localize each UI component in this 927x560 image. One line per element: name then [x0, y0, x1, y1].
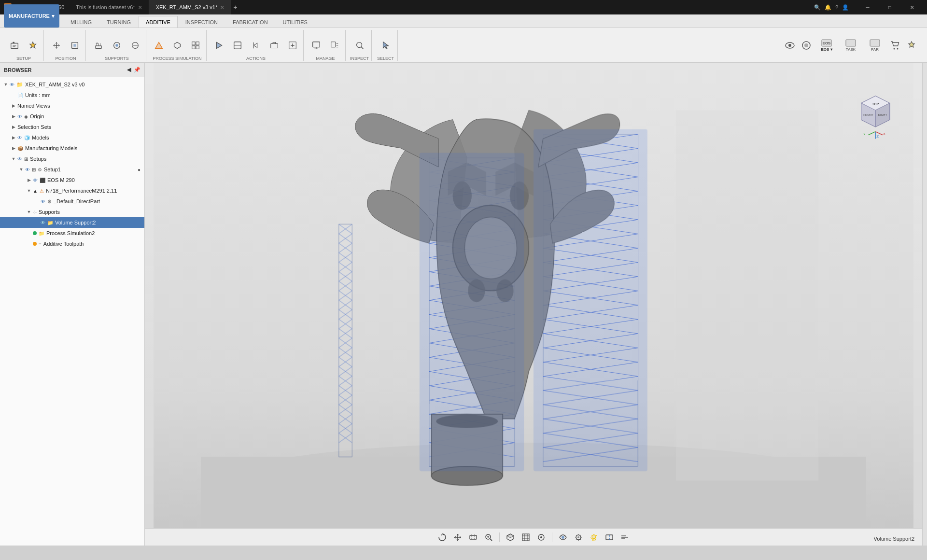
browser-panel: BROWSER ◀ 📌 ▼ 👁 📁 XEK_RT_AMM_S2 v3 v0 📄 … [0, 63, 145, 546]
rb-eye-button[interactable] [782, 38, 798, 53]
rb-grad-button[interactable] [904, 38, 919, 53]
expand-models[interactable]: ▶ [10, 135, 17, 140]
browser-pin-icon[interactable]: 📌 [134, 67, 140, 73]
search-icon[interactable]: 🔍 [814, 4, 821, 11]
select-group-label: SELECT [377, 56, 394, 61]
display-button[interactable] [556, 531, 570, 544]
tree-additive-toolpath[interactable]: ≡ Additive Toolpath [0, 238, 144, 249]
tab-utilities[interactable]: UTILITIES [276, 16, 315, 28]
orbit-button[interactable] [435, 531, 449, 544]
actions3-button[interactable] [247, 37, 265, 54]
manage1-button[interactable] [308, 37, 325, 54]
tree-models[interactable]: ▶ 👁 🧊 Models [0, 132, 144, 143]
actions2-button[interactable] [229, 37, 246, 54]
manage2-button[interactable] [326, 37, 343, 54]
tab-close-2[interactable]: ✕ [220, 5, 224, 10]
render-button[interactable] [572, 531, 585, 544]
tab-xek[interactable]: XEK_RT_AMM_S2 v3 v1* ✕ [149, 0, 232, 14]
svg-line-225 [576, 535, 576, 535]
section-button[interactable] [603, 531, 616, 544]
tree-mfg-models[interactable]: ▶ 📦 Manufacturing Models [0, 143, 144, 154]
svg-point-213 [540, 536, 542, 538]
notification-icon[interactable]: 🔔 [825, 4, 831, 11]
select-button[interactable] [377, 37, 394, 54]
actions4-button[interactable] [266, 37, 283, 54]
tree-process-sim2[interactable]: 📁 Process Simulation2 [0, 228, 144, 238]
status-bar-label: Volume Support2 [874, 536, 914, 542]
lights-button[interactable] [587, 531, 601, 544]
supports2-button[interactable] [108, 37, 126, 54]
tab-dataset[interactable]: This is fusion dataset v6* ✕ [69, 0, 149, 14]
tree-volume-support2[interactable]: 👁 📁 Volume Support2 [0, 217, 144, 228]
actions5-button[interactable] [284, 37, 301, 54]
expand-eos[interactable]: ▶ [25, 178, 33, 182]
tree-selection-sets[interactable]: ▶ Selection Sets [0, 122, 144, 132]
inspect-button[interactable] [351, 37, 368, 54]
tree-named-views[interactable]: ▶ Named Views [0, 100, 144, 111]
svg-line-227 [580, 535, 581, 535]
expand-supports-folder[interactable]: ▼ [25, 210, 33, 214]
svg-text:TOP: TOP [872, 102, 879, 106]
expand-named-views[interactable]: ▶ [10, 103, 17, 108]
supports3-button[interactable] [126, 37, 144, 54]
expand-selection-sets[interactable]: ▶ [10, 125, 17, 129]
close-button[interactable]: ✕ [901, 0, 923, 14]
rb-par-button[interactable]: PAR [863, 38, 886, 53]
minimize-button[interactable]: ─ [857, 0, 879, 14]
proc-sim2-button[interactable] [169, 37, 186, 54]
tree-supports-folder[interactable]: ▼ ⊹ Supports [0, 207, 144, 217]
tree-eos-m290[interactable]: ▶ 👁 ⬛ EOS M 290 [0, 175, 144, 185]
rb-cart-button[interactable] [887, 38, 903, 53]
tab-fabrication[interactable]: FABRICATION [225, 16, 275, 28]
grid-button[interactable] [519, 531, 533, 544]
tree-n718[interactable]: ▼ ▲ ⚠ N718_PerformanceM291 2.11 [0, 185, 144, 196]
more-button[interactable] [618, 531, 632, 544]
manufacture-dropdown[interactable]: MANUFACTURE ▾ [4, 4, 59, 28]
expand-root[interactable]: ▼ [2, 82, 10, 87]
topright-icons: 🔍 🔔 ? 👤 [814, 4, 849, 11]
toolbar-group-process-sim: PROCESS SIMULATION [148, 30, 207, 61]
rb-eos-button[interactable]: EOS EOS ▾ [815, 38, 838, 53]
rb-task-button[interactable]: TASK [839, 38, 862, 53]
new-tab-button[interactable]: + [233, 3, 237, 11]
proc-sim1-button[interactable] [150, 37, 168, 54]
browser-collapse-icon[interactable]: ◀ [127, 67, 131, 73]
viewport[interactable]: TOP RIGHT FRONT Z X Y [145, 63, 922, 546]
supports1-button[interactable] [90, 37, 107, 54]
help-icon[interactable]: ? [835, 4, 838, 10]
user-icon[interactable]: 👤 [842, 4, 849, 11]
setup-star-button[interactable] [24, 37, 42, 54]
tree-origin[interactable]: ▶ 👁 ◈ Origin [0, 111, 144, 122]
tab-milling[interactable]: MILLING [63, 16, 99, 28]
view-cube-button[interactable] [504, 531, 517, 544]
tree-setups[interactable]: ▼ 👁 ⊞ Setups [0, 154, 144, 164]
proc-sim3-button[interactable] [187, 37, 204, 54]
tab-close-1[interactable]: ✕ [138, 5, 142, 10]
tree-units[interactable]: 📄 Units : mm [0, 90, 144, 100]
tree-default-part[interactable]: 👁 ⚙ _Default_DirectPart [0, 196, 144, 207]
zoom-button[interactable] [482, 531, 495, 544]
zoom-fit-button[interactable] [466, 531, 480, 544]
position-button[interactable] [48, 37, 65, 54]
svg-rect-7 [96, 46, 102, 48]
svg-rect-6 [73, 44, 76, 46]
browser-title: BROWSER [4, 67, 31, 73]
setup-button[interactable] [6, 37, 23, 54]
expand-setup1[interactable]: ▼ [17, 167, 25, 172]
actions1-button[interactable] [211, 37, 228, 54]
maximize-button[interactable]: □ [879, 0, 901, 14]
expand-setups[interactable]: ▼ [10, 156, 17, 161]
svg-point-229 [592, 535, 596, 539]
snap-button[interactable] [534, 531, 548, 544]
tab-inspection[interactable]: INSPECTION [178, 16, 225, 28]
expand-mfg-models[interactable]: ▶ [10, 146, 17, 151]
tree-setup1[interactable]: ▼ 👁 ⊞ ⚙ Setup1 ● [0, 164, 144, 175]
expand-n718[interactable]: ▼ [25, 188, 33, 193]
rb-circle-button[interactable] [799, 38, 814, 53]
pan-button[interactable] [451, 531, 464, 544]
tab-turning[interactable]: TURNING [99, 16, 138, 28]
expand-origin[interactable]: ▶ [10, 114, 17, 119]
tab-additive[interactable]: ADDITIVE [139, 16, 178, 28]
position2-button[interactable] [66, 37, 84, 54]
tree-root[interactable]: ▼ 👁 📁 XEK_RT_AMM_S2 v3 v0 [0, 79, 144, 90]
